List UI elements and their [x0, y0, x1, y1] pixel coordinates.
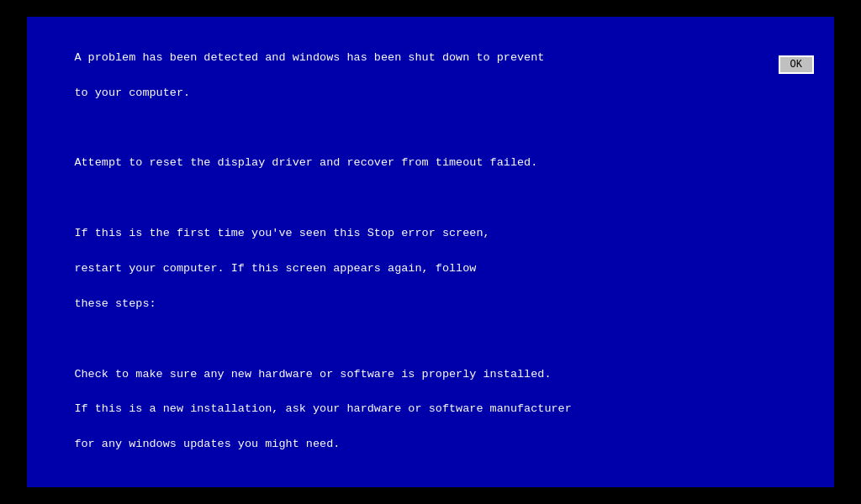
line4: Attempt to reset the display driver and …: [74, 156, 537, 169]
line2: to your computer.: [74, 87, 190, 99]
bsod-main-text: A problem has been detected and windows …: [47, 32, 814, 504]
line8: these steps:: [74, 297, 156, 310]
line6: If this is the first time you've seen th…: [74, 227, 489, 239]
bsod-screen: OK A problem has been detected and windo…: [27, 17, 834, 487]
line12: for any windows updates you might need.: [74, 438, 340, 450]
line7: restart your computer. If this screen ap…: [74, 262, 476, 275]
line1: A problem has been detected and windows …: [74, 51, 544, 64]
line10: Check to make sure any new hardware or s…: [74, 368, 551, 381]
ok-button[interactable]: OK: [779, 55, 814, 74]
line11: If this is a new installation, ask your …: [74, 402, 571, 415]
